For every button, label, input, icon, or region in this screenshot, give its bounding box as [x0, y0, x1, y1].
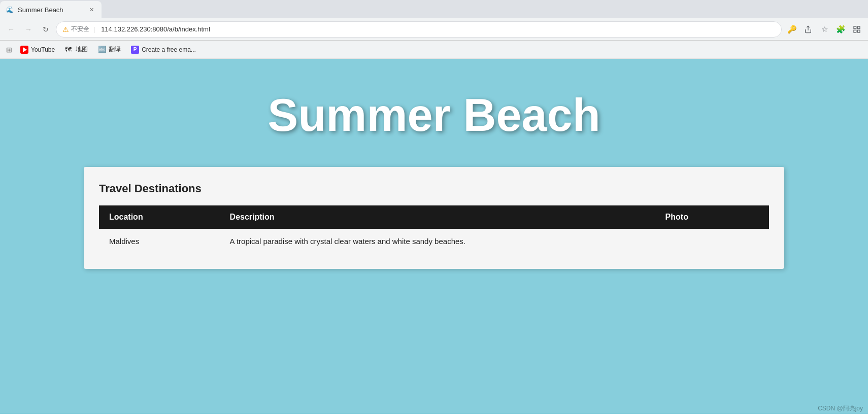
- tab-close-button[interactable]: ✕: [87, 6, 95, 14]
- youtube-play-icon: [23, 47, 27, 52]
- address-actions: 🔑 ☆ 🧩: [785, 22, 864, 37]
- cell-photo: [655, 229, 769, 254]
- translate-icon: 🔤: [98, 46, 106, 54]
- cell-location: Maldives: [99, 229, 220, 254]
- tab-favicon: 🌊: [6, 6, 14, 13]
- reload-button[interactable]: ↻: [39, 22, 53, 37]
- col-header-photo: Photo: [655, 205, 769, 229]
- key-icon[interactable]: 🔑: [785, 22, 799, 37]
- page-title: Summer Beach: [268, 89, 600, 142]
- bookmark-translate[interactable]: 🔤 翻译: [94, 43, 125, 56]
- bookmark-maps[interactable]: 🗺 地图: [61, 43, 92, 56]
- destinations-table: Location Description Photo Maldives A tr…: [99, 205, 769, 254]
- table-header-row: Location Description Photo: [99, 205, 769, 229]
- security-warning: ⚠ 不安全 |: [62, 25, 97, 33]
- svg-rect-1: [857, 26, 860, 29]
- share-icon[interactable]: [801, 22, 815, 37]
- watermark: CSDN @阿亮joy: [818, 404, 863, 413]
- bookmark-proton[interactable]: P Create a free ema...: [127, 44, 200, 56]
- url-text: 114.132.226.230:8080/a/b/index.html: [101, 25, 210, 33]
- address-field[interactable]: ⚠ 不安全 | 114.132.226.230:8080/a/b/index.h…: [56, 21, 782, 38]
- address-bar-row: ← → ↻ ⚠ 不安全 | 114.132.226.230:8080/a/b/i…: [0, 18, 868, 41]
- col-header-location: Location: [99, 205, 220, 229]
- warning-icon: ⚠: [62, 25, 69, 33]
- separator: |: [93, 26, 95, 33]
- youtube-icon: [20, 46, 28, 54]
- page-content: Summer Beach Travel Destinations Locatio…: [0, 59, 868, 414]
- tab-title: Summer Beach: [18, 6, 63, 14]
- forward-button[interactable]: →: [21, 22, 36, 37]
- cell-description: A tropical paradise with crystal clear w…: [220, 229, 655, 254]
- star-icon[interactable]: ☆: [817, 22, 831, 37]
- col-header-description: Description: [220, 205, 655, 229]
- bookmark-translate-label: 翻译: [109, 45, 121, 54]
- menu-icon[interactable]: [850, 22, 864, 37]
- card-heading: Travel Destinations: [99, 182, 769, 195]
- security-text: 不安全: [71, 25, 89, 33]
- tab-area: 🌊 Summer Beach ✕: [0, 0, 868, 18]
- bookmark-maps-label: 地图: [76, 45, 88, 54]
- table-row: Maldives A tropical paradise with crysta…: [99, 229, 769, 254]
- bookmarks-bar: ⊞ YouTube 🗺 地图 🔤 翻译 P Create a free ema.…: [0, 41, 868, 59]
- svg-rect-0: [854, 26, 856, 29]
- bookmark-apps[interactable]: ⊞: [4, 44, 14, 56]
- url-domain: 114.132.226.230:8080/a/b/index.html: [101, 25, 210, 33]
- maps-icon: 🗺: [65, 46, 73, 54]
- svg-rect-3: [857, 30, 860, 32]
- content-card: Travel Destinations Location Description…: [84, 167, 784, 269]
- bookmark-youtube[interactable]: YouTube: [16, 44, 59, 56]
- apps-icon: ⊞: [6, 46, 12, 54]
- browser-chrome: 🌊 Summer Beach ✕ ← → ↻ ⚠ 不安全 | 114.132.2…: [0, 0, 868, 59]
- bookmark-youtube-label: YouTube: [31, 46, 55, 53]
- active-tab[interactable]: 🌊 Summer Beach ✕: [0, 1, 102, 18]
- proton-icon: P: [131, 46, 139, 54]
- back-button[interactable]: ←: [4, 22, 18, 37]
- extensions-icon[interactable]: 🧩: [833, 22, 848, 37]
- bookmark-proton-label: Create a free ema...: [142, 46, 196, 53]
- svg-rect-2: [854, 30, 856, 32]
